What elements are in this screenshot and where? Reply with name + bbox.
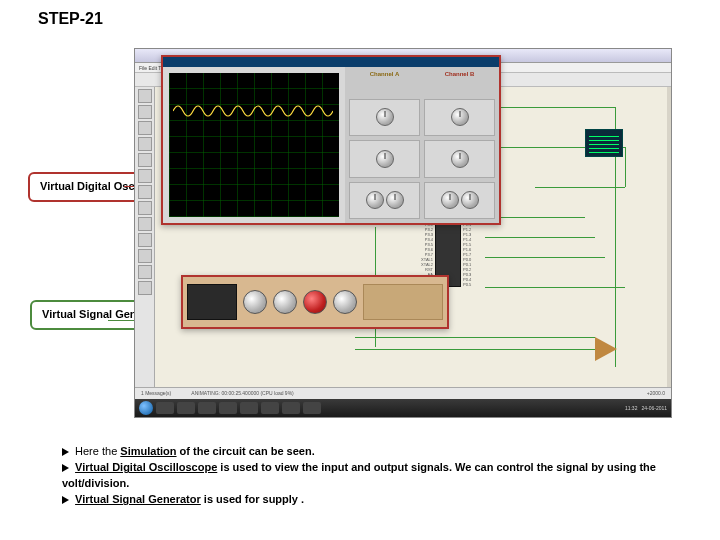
taskbar-item[interactable]	[219, 402, 237, 414]
taskbar-item[interactable]	[261, 402, 279, 414]
oscilloscope-titlebar	[163, 57, 499, 67]
note1-simulation: Simulation	[120, 445, 176, 457]
sig-gen-offset-knob[interactable]	[333, 290, 357, 314]
ch-a-position-knob[interactable]	[349, 99, 420, 137]
oscilloscope-controls: Channel A Channel B	[345, 67, 499, 223]
taskbar-item[interactable]	[177, 402, 195, 414]
waveform-trace	[173, 101, 333, 121]
status-animating: ANIMATING: 00:00:25.400000 (CPU load 9%)	[191, 390, 293, 397]
taskbar-item[interactable]	[156, 402, 174, 414]
windows-taskbar: 11:32 24-06-2011	[135, 399, 671, 417]
clock-date: 24-06-2011	[641, 405, 667, 411]
note1-part-c: of the circuit can be seen.	[177, 445, 315, 457]
chip-pin-labels-right: P1.0 P1.1 P1.2 P1.3 P1.4 P1.5 P1.6 P1.7 …	[463, 217, 487, 287]
note2-term: Virtual Digital Oscilloscope	[75, 461, 217, 473]
sig-gen-range-knob[interactable]	[273, 290, 297, 314]
app-statusbar: 1 Message(s) ANIMATING: 00:00:25.400000 …	[135, 387, 671, 399]
signal-generator-instrument-window	[181, 275, 449, 329]
note3-rest: is used for supply .	[201, 493, 304, 505]
bullet-arrow-icon	[62, 448, 69, 456]
taskbar-item[interactable]	[240, 402, 258, 414]
ch-a-volts-div-knob[interactable]	[349, 140, 420, 178]
bullet-notes: Here the Simulation of the circuit can b…	[62, 444, 690, 509]
simulator-screenshot: File Edit Tools Design Graph Source Debu…	[134, 48, 672, 418]
taskbar-item[interactable]	[282, 402, 300, 414]
ch-b-position-knob[interactable]	[424, 99, 495, 137]
channel-a-label: Channel A	[349, 71, 420, 95]
taskbar-item[interactable]	[198, 402, 216, 414]
taskbar-item[interactable]	[303, 402, 321, 414]
trigger-knob[interactable]	[424, 182, 495, 220]
sig-gen-output-panel	[363, 284, 443, 320]
channel-b-label: Channel B	[424, 71, 495, 95]
oscilloscope-screen	[169, 73, 339, 217]
ch-b-volts-div-knob[interactable]	[424, 140, 495, 178]
sig-gen-amplitude-knob[interactable]	[303, 290, 327, 314]
tool-palette	[135, 87, 155, 387]
bullet-arrow-icon	[62, 464, 69, 472]
timebase-knob[interactable]	[349, 182, 420, 220]
note3-term: Virtual Signal Generator	[75, 493, 201, 505]
status-coord: +2000.0	[647, 390, 665, 397]
opamp-component	[595, 337, 617, 361]
step-title: STEP-21	[38, 10, 103, 28]
note1-part-a: Here the	[75, 445, 120, 457]
start-button[interactable]	[139, 401, 153, 415]
sig-gen-display	[187, 284, 237, 320]
status-messages: 1 Message(s)	[141, 390, 171, 397]
clock-time: 11:32	[625, 405, 638, 411]
bullet-arrow-icon	[62, 496, 69, 504]
sig-gen-freq-knob[interactable]	[243, 290, 267, 314]
oscilloscope-component	[585, 129, 623, 157]
oscilloscope-instrument-window: Channel A Channel B	[161, 55, 501, 225]
